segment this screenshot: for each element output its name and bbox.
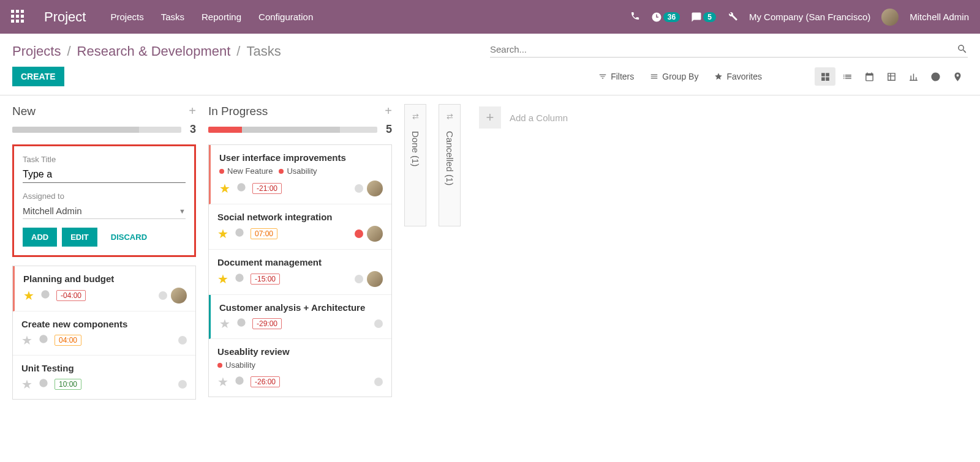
assignee-avatar-icon[interactable] [367, 226, 383, 242]
clock-icon[interactable] [235, 376, 244, 388]
card-title: Document management [217, 257, 383, 267]
nav-projects[interactable]: Projects [110, 12, 143, 22]
view-activity-icon[interactable] [925, 67, 946, 86]
create-button[interactable]: CREATE [12, 67, 64, 86]
status-dot[interactable] [374, 378, 383, 386]
top-right: 36 5 My Company (San Francisco) Mitchell… [630, 9, 969, 26]
view-pivot-icon[interactable] [881, 67, 902, 86]
column-title[interactable]: New [12, 105, 36, 118]
assigned-select[interactable]: Mitchell Admin▼ [23, 203, 186, 219]
column-done-folded[interactable]: ⇄ Done (1) [404, 104, 426, 226]
kanban-card[interactable]: Customer analysis + Architecture★-29:00 [209, 295, 391, 339]
kanban-card[interactable]: User interface improvementsNew FeatureUs… [209, 145, 391, 204]
tag: Usability [279, 166, 317, 176]
add-button[interactable]: ADD [23, 228, 57, 247]
nav-tasks[interactable]: Tasks [161, 12, 184, 22]
view-kanban-icon[interactable] [815, 67, 835, 86]
tag: Usability [217, 360, 255, 370]
star-icon[interactable]: ★ [219, 316, 230, 331]
clock-icon[interactable] [235, 228, 244, 240]
star-icon[interactable]: ★ [21, 333, 32, 348]
task-title-label: Task Title [23, 155, 186, 164]
column-inprogress: In Progress+ 5 User interface improvemen… [208, 104, 392, 397]
chat-icon[interactable]: 5 [691, 12, 716, 23]
chevron-down-icon: ▼ [179, 207, 186, 215]
company-selector[interactable]: My Company (San Francisco) [749, 12, 870, 22]
phone-icon[interactable] [630, 11, 640, 23]
topbar: Project Projects Tasks Reporting Configu… [0, 0, 980, 34]
column-count: 3 [190, 123, 196, 136]
discard-button[interactable]: DISCARD [102, 228, 156, 247]
view-calendar-icon[interactable] [859, 67, 880, 86]
cards-list-new: Planning and budget★-04:00Create new com… [12, 266, 196, 400]
clock-icon[interactable] [235, 273, 244, 285]
add-card-icon[interactable]: + [189, 104, 196, 118]
filters-button[interactable]: Filters [598, 72, 634, 81]
clock-icon[interactable] [39, 334, 48, 346]
activity-icon[interactable]: 36 [651, 12, 680, 23]
user-menu[interactable]: Mitchell Admin [910, 12, 969, 22]
status-dot[interactable] [178, 336, 187, 345]
kanban-card[interactable]: Planning and budget★-04:00 [13, 266, 195, 311]
time-badge: 04:00 [55, 335, 81, 346]
clock-icon[interactable] [40, 289, 50, 302]
expand-icon: ⇄ [412, 112, 419, 121]
star-icon[interactable]: ★ [21, 377, 32, 392]
star-icon[interactable]: ★ [217, 272, 228, 286]
card-title: Social network integration [217, 212, 383, 222]
view-graph-icon[interactable] [903, 67, 924, 86]
status-dot[interactable] [178, 380, 187, 389]
kanban-card[interactable]: Social network integration★07:00 [209, 204, 391, 250]
favorites-button[interactable]: Favorites [714, 72, 762, 81]
column-title[interactable]: In Progress [208, 105, 268, 118]
status-dot[interactable] [355, 229, 363, 238]
view-map-icon[interactable] [947, 67, 968, 86]
clock-icon[interactable] [236, 318, 246, 330]
kanban-card[interactable]: Document management★-15:00 [209, 250, 391, 295]
clock-icon[interactable] [236, 182, 246, 195]
star-icon[interactable]: ★ [219, 181, 230, 196]
search-icon[interactable] [957, 43, 968, 54]
user-avatar-icon[interactable] [881, 9, 899, 26]
star-icon[interactable]: ★ [23, 288, 34, 303]
tag: New Feature [219, 166, 273, 176]
assignee-avatar-icon[interactable] [367, 271, 383, 287]
apps-icon[interactable] [11, 10, 26, 24]
add-column[interactable]: + Add a Column [473, 104, 574, 131]
card-title: Unit Testing [21, 363, 187, 373]
clock-icon[interactable] [39, 378, 48, 390]
quick-create-form: Task Title Assigned to Mitchell Admin▼ A… [12, 144, 196, 257]
column-cancelled-folded[interactable]: ⇄ Cancelled (1) [439, 104, 461, 226]
nav-configuration[interactable]: Configuration [258, 12, 313, 22]
time-badge: -04:00 [56, 290, 86, 301]
edit-button[interactable]: EDIT [62, 228, 97, 247]
activity-badge: 36 [663, 12, 680, 22]
status-dot[interactable] [374, 319, 383, 328]
task-title-input[interactable] [23, 166, 186, 183]
bc-project[interactable]: Research & Development [77, 43, 231, 59]
assignee-avatar-icon[interactable] [171, 288, 187, 304]
search-input[interactable] [490, 44, 957, 54]
view-list-icon[interactable] [837, 67, 858, 86]
card-title: Create new components [21, 319, 187, 329]
kanban-card[interactable]: Create new components★04:00 [13, 311, 195, 356]
cards-list-inprogress: User interface improvementsNew FeatureUs… [208, 144, 392, 397]
breadcrumb: Projects / Research & Development / Task… [12, 43, 281, 59]
add-card-icon[interactable]: + [385, 104, 392, 118]
column-count: 5 [386, 123, 392, 136]
bc-projects[interactable]: Projects [12, 43, 61, 59]
kanban-card[interactable]: Useablity reviewUsability★-26:00 [209, 339, 391, 397]
kanban-card[interactable]: Unit Testing★10:00 [13, 356, 195, 399]
star-icon[interactable]: ★ [217, 374, 228, 389]
wrench-icon[interactable] [727, 10, 738, 23]
kanban-board: New+ 3 Task Title Assigned to Mitchell A… [0, 95, 980, 408]
status-dot[interactable] [355, 275, 363, 283]
brand[interactable]: Project [44, 9, 86, 25]
groupby-button[interactable]: Group By [650, 72, 698, 81]
status-dot[interactable] [159, 291, 167, 300]
card-title: User interface improvements [219, 152, 383, 163]
nav-reporting[interactable]: Reporting [202, 12, 241, 22]
assignee-avatar-icon[interactable] [367, 181, 383, 196]
status-dot[interactable] [355, 184, 363, 193]
star-icon[interactable]: ★ [217, 226, 228, 241]
